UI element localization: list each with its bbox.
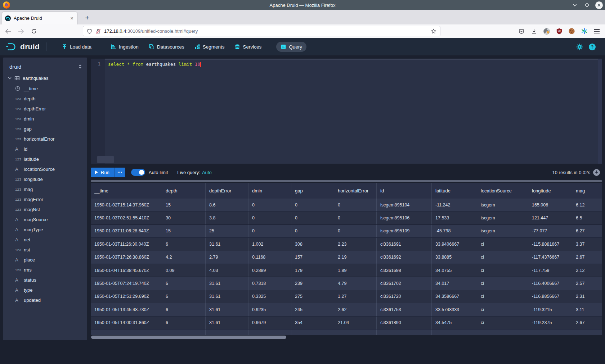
- cell-id[interactable]: iscgem895109: [377, 225, 432, 237]
- cell-id[interactable]: ci3361698: [377, 264, 432, 277]
- cell-depth[interactable]: 4.2: [162, 251, 206, 264]
- cell-id[interactable]: ci3361692: [377, 251, 432, 264]
- cell-__time[interactable]: 1950-01-03T11:26:30.040Z: [91, 238, 162, 250]
- sidebar-column-id[interactable]: Aid: [3, 144, 87, 154]
- cell-mag[interactable]: 6.12: [572, 199, 602, 211]
- cell-longitude[interactable]: -117.4376667: [528, 251, 572, 264]
- sidebar-column-mag[interactable]: 123mag: [3, 184, 87, 194]
- nav-load-data[interactable]: Load data: [57, 42, 96, 52]
- cell-mag[interactable]: 2.67: [572, 317, 602, 329]
- sidebar-column-rms[interactable]: 123rms: [3, 265, 87, 275]
- reload-icon[interactable]: [30, 28, 37, 35]
- hscroll-thumb[interactable]: [91, 336, 286, 339]
- url-bar[interactable]: 172.18.0.4:30109/unified-console.html#qu…: [83, 26, 440, 36]
- cell-longitude[interactable]: -116.8856667: [528, 290, 572, 303]
- downloads-icon[interactable]: [530, 27, 538, 35]
- cell-mag[interactable]: 3.11: [572, 303, 602, 316]
- cell-depth[interactable]: 6: [162, 238, 206, 250]
- cell-depthError[interactable]: 8.6: [206, 199, 248, 211]
- window-minimize-icon[interactable]: [571, 1, 579, 9]
- cell-depthError[interactable]: 31.61: [206, 317, 248, 329]
- cell-longitude[interactable]: -117.759: [528, 264, 572, 277]
- cell-gap[interactable]: 245: [291, 303, 334, 316]
- cell-longitude[interactable]: 165.006: [528, 199, 572, 211]
- sidebar-column-depth[interactable]: 123depth: [3, 94, 87, 104]
- cell-depthError[interactable]: 31.61: [206, 277, 248, 290]
- sidebar-column-latitude[interactable]: 123latitude: [3, 154, 87, 164]
- cell-horizontalError[interactable]: 21.04: [334, 317, 377, 329]
- cell-depthError[interactable]: 31.61: [206, 238, 248, 250]
- cell-__time[interactable]: 1950-01-05T07:24:19.740Z: [91, 277, 162, 290]
- cell-horizontalError[interactable]: 0: [334, 199, 377, 211]
- cell-depth[interactable]: 6: [162, 317, 206, 329]
- cell-__time[interactable]: 1950-01-03T17:26:38.860Z: [91, 251, 162, 264]
- panel-divider[interactable]: [91, 180, 602, 182]
- column-header-id[interactable]: id: [377, 183, 432, 199]
- cell-latitude[interactable]: 34.0755: [432, 264, 477, 277]
- cell-locationSource[interactable]: ci: [477, 290, 528, 303]
- tab-close-icon[interactable]: ×: [70, 15, 74, 21]
- settings-gear-icon[interactable]: [576, 44, 583, 50]
- cell-longitude[interactable]: -116.4006667: [528, 277, 572, 290]
- privacy-extension-icon[interactable]: [543, 27, 550, 35]
- url-text[interactable]: 172.18.0.4:30109/unified-console.html#qu…: [104, 28, 431, 34]
- cell-__time[interactable]: 1950-01-03T11:06:28.640Z: [91, 225, 162, 237]
- cell-depth[interactable]: 6: [162, 303, 206, 316]
- cell-horizontalError[interactable]: 2.23: [334, 238, 377, 250]
- cell-depth[interactable]: 30: [162, 211, 206, 224]
- sidebar-table-earthquakes[interactable]: earthquakes: [3, 73, 87, 83]
- cell-longitude[interactable]: -77.077: [528, 225, 572, 237]
- sidebar-column-magType[interactable]: AmagType: [3, 224, 87, 235]
- column-header-gap[interactable]: gap: [291, 183, 334, 199]
- ublock-icon[interactable]: UO: [555, 27, 563, 35]
- sidebar-column-status[interactable]: Astatus: [3, 275, 87, 285]
- sidebar-column-magSource[interactable]: AmagSource: [3, 214, 87, 224]
- cell-latitude[interactable]: 33.9406667: [432, 238, 477, 250]
- pocket-icon[interactable]: [517, 27, 525, 35]
- window-close-icon[interactable]: [595, 1, 603, 9]
- sidebar-column-__time[interactable]: __time: [3, 83, 87, 94]
- sidebar-column-place[interactable]: Aplace: [3, 255, 87, 265]
- cell-latitude[interactable]: -11.242: [432, 199, 477, 211]
- cell-dmin[interactable]: 0: [248, 211, 291, 224]
- cell-latitude[interactable]: 33.8885: [432, 251, 477, 264]
- cell-latitude[interactable]: -45.798: [432, 225, 477, 237]
- column-header-depth[interactable]: depth: [162, 183, 206, 199]
- sidebar-column-gap[interactable]: 123gap: [3, 124, 87, 134]
- cell-locationSource[interactable]: iscgem: [477, 211, 528, 224]
- cell-mag[interactable]: 2.12: [572, 264, 602, 277]
- cell-mag[interactable]: 6.27: [572, 225, 602, 237]
- cell-latitude[interactable]: 34.017: [432, 277, 477, 290]
- cell-depthError[interactable]: 3.8: [206, 211, 248, 224]
- column-header-__time[interactable]: __time: [91, 183, 162, 199]
- nav-ingestion[interactable]: Ingestion: [106, 42, 143, 52]
- forward-icon[interactable]: [17, 28, 24, 35]
- cell-id[interactable]: ci3361890: [377, 317, 432, 329]
- cell-__time[interactable]: 1950-01-04T16:38:45.670Z: [91, 264, 162, 277]
- cell-locationSource[interactable]: ci: [477, 251, 528, 264]
- nav-query[interactable]: Query: [276, 42, 306, 52]
- cell-dmin[interactable]: 0.7318: [248, 277, 291, 290]
- cell-depthError[interactable]: 4.03: [206, 264, 248, 277]
- cell-depth[interactable]: 6: [162, 290, 206, 303]
- cell-__time[interactable]: 1950-01-03T02:51:55.410Z: [91, 211, 162, 224]
- cell-latitude[interactable]: 34.5475: [432, 317, 477, 329]
- cell-gap[interactable]: 157: [291, 251, 334, 264]
- sidebar-column-nst[interactable]: 123nst: [3, 245, 87, 255]
- cell-dmin[interactable]: 0.9679: [248, 317, 291, 329]
- cell-depth[interactable]: 0.09: [162, 264, 206, 277]
- cell-latitude[interactable]: 34.3586667: [432, 290, 477, 303]
- cell-longitude[interactable]: 121.447: [528, 211, 572, 224]
- cell-horizontalError[interactable]: 2.19: [334, 251, 377, 264]
- cell-__time[interactable]: 1950-01-05T12:51:29.690Z: [91, 290, 162, 303]
- cell-locationSource[interactable]: iscgem: [477, 225, 528, 237]
- cell-gap[interactable]: 239: [291, 277, 334, 290]
- cell-dmin[interactable]: 0.3325: [248, 290, 291, 303]
- druid-brand[interactable]: druid: [6, 42, 40, 51]
- cell-horizontalError[interactable]: 4.79: [334, 277, 377, 290]
- bookmark-star-icon[interactable]: [431, 28, 436, 34]
- cell-latitude[interactable]: 17.533: [432, 211, 477, 224]
- cell-locationSource[interactable]: ci: [477, 238, 528, 250]
- cell-dmin[interactable]: 0.9235: [248, 303, 291, 316]
- double-caret-sort-icon[interactable]: [78, 64, 82, 69]
